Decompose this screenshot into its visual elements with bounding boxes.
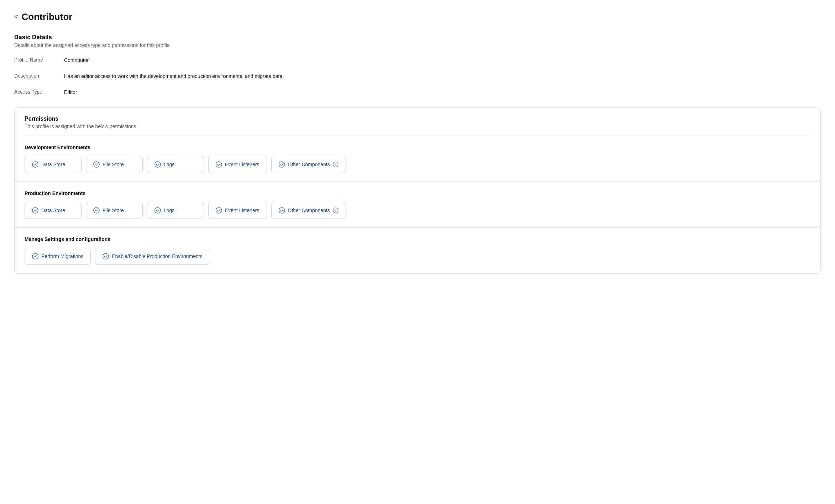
prod-env-grid: Data Store File Store Logs [25,202,810,219]
back-button[interactable]: < [14,13,18,21]
prod-logs-item: Logs [147,202,204,219]
dev-env-title: Development Environments [25,145,810,150]
dev-file-store-item: File Store [86,156,143,173]
svg-point-4 [279,162,284,167]
svg-text:i: i [335,163,336,167]
check-icon [216,207,222,214]
manage-settings-grid: Perform Migrations Enable/Disable Produc… [25,248,810,265]
check-icon [32,253,38,259]
check-icon [103,253,109,259]
profile-name-value: Contributor [64,57,89,64]
dev-other-components-item: Other Components i [271,156,346,173]
permissions-title: Permissions [25,116,810,122]
svg-text:i: i [335,209,336,212]
svg-point-2 [155,162,161,167]
profile-name-row: Profile Name Contributor [14,57,821,64]
info-icon[interactable]: i [333,208,338,213]
check-icon [279,207,285,214]
description-value: Has an editor access to work with the de… [64,73,282,80]
svg-point-10 [216,208,222,213]
svg-point-7 [32,208,38,213]
description-row: Description Has an editor access to work… [14,73,821,80]
dev-env-grid: Data Store File Store Logs [25,156,810,173]
permissions-card: Permissions This profile is assigned wit… [14,107,821,274]
basic-details-subtitle: Details about the assigned access type a… [14,42,821,48]
prod-data-store-item: Data Store [25,202,82,219]
prod-event-listeners-item: Event Listeners [208,202,267,219]
page-header: < Contributor [14,11,821,22]
svg-point-11 [279,208,284,213]
dev-event-listeners-item: Event Listeners [208,156,267,173]
enable-disable-prod-item: Enable/Disable Production Environments [95,248,210,265]
dev-env-section: Development Environments Data Store File… [15,136,820,182]
access-type-row: Access Type Editor [14,89,821,96]
manage-settings-section: Manage Settings and configurations Perfo… [15,228,820,273]
check-icon [32,161,38,168]
profile-name-label: Profile Name [14,57,64,63]
prod-other-components-item: Other Components i [271,202,346,219]
permissions-header: Permissions This profile is assigned wit… [15,108,820,136]
access-type-label: Access Type [14,89,64,95]
check-icon [279,161,285,168]
check-icon [216,161,222,168]
prod-env-title: Production Environments [25,190,810,196]
access-type-value: Editor [64,89,77,96]
prod-file-store-item: File Store [86,202,143,219]
dev-data-store-item: Data Store [25,156,82,173]
page-title: Contributor [22,11,73,22]
description-label: Description [14,73,64,79]
manage-settings-title: Manage Settings and configurations [25,236,810,242]
svg-point-8 [94,208,99,213]
svg-point-14 [32,253,38,259]
perform-migrations-label: Perform Migrations [41,253,83,259]
prod-env-section: Production Environments Data Store File … [15,182,820,228]
check-icon [32,207,38,214]
basic-details-section: Basic Details Details about the assigned… [14,34,821,96]
dev-data-store-label: Data Store [41,162,65,167]
dev-event-listeners-label: Event Listeners [225,162,259,167]
dev-other-components-label: Other Components [288,162,330,167]
enable-disable-prod-label: Enable/Disable Production Environments [112,253,202,259]
dev-file-store-label: File Store [103,162,124,167]
permissions-subtitle: This profile is assigned with the below … [25,124,810,129]
prod-other-components-label: Other Components [288,208,330,213]
prod-logs-label: Logs [164,208,174,213]
svg-point-3 [216,162,222,167]
prod-data-store-label: Data Store [41,208,65,213]
dev-logs-item: Logs [147,156,204,173]
check-icon [93,161,100,168]
svg-point-0 [32,162,38,167]
basic-details-title: Basic Details [14,34,821,41]
prod-event-listeners-label: Event Listeners [225,208,259,213]
info-icon[interactable]: i [333,162,338,167]
check-icon [93,207,100,214]
svg-point-1 [94,162,99,167]
prod-file-store-label: File Store [103,208,124,213]
perform-migrations-item: Perform Migrations [25,248,91,265]
svg-point-15 [103,253,109,259]
check-icon [154,207,161,214]
svg-point-9 [155,208,161,213]
check-icon [154,161,161,168]
dev-logs-label: Logs [164,162,174,167]
